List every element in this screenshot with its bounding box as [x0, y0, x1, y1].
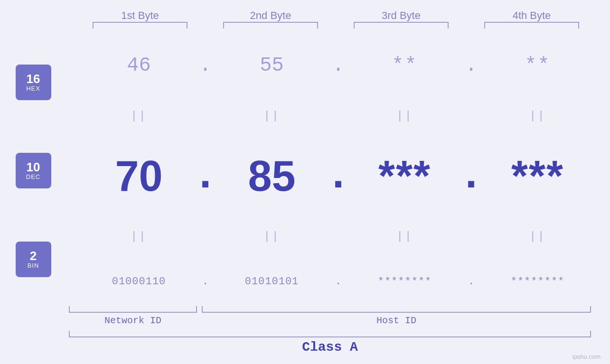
eq1: ||	[82, 110, 196, 122]
byte4-header: 4th Byte	[475, 9, 589, 22]
dec-byte1-value: 70	[115, 155, 162, 197]
bin-badge-label: BIN	[28, 262, 39, 269]
byte2-header: 2nd Byte	[214, 9, 328, 22]
hex-badge-num: 16	[27, 73, 40, 85]
watermark: ipshu.com	[572, 353, 601, 360]
eq7: ||	[348, 230, 462, 243]
bin-byte4: ********	[481, 276, 595, 288]
hex-dot1: .	[196, 54, 215, 77]
dec-byte3: ***	[348, 155, 462, 197]
hex-badge: 16 HEX	[16, 65, 51, 100]
bracket-byte2	[223, 22, 318, 28]
hex-badge-label: HEX	[26, 85, 40, 92]
bin-byte1: 01000110	[82, 276, 196, 288]
top-brackets	[75, 22, 597, 28]
class-bracket	[69, 331, 591, 337]
dec-dot1: .	[196, 155, 215, 197]
bin-byte2-value: 01010101	[245, 276, 299, 288]
class-label: Class A	[69, 340, 591, 355]
dec-badge-label: DEC	[26, 173, 40, 180]
bottom-section: Network ID Host ID Class A	[0, 306, 610, 355]
class-label-row: Class A	[69, 340, 591, 355]
hex-row: 46 . 55 . ** . **	[71, 54, 605, 77]
hex-dot3: .	[462, 54, 481, 77]
bin-dot1: .	[196, 276, 215, 288]
class-bracket-row	[69, 331, 591, 337]
bin-badge: 2 BIN	[16, 242, 51, 277]
bin-byte2: 01010101	[215, 276, 329, 288]
hex-dot2: .	[329, 54, 348, 77]
dec-badge-num: 10	[27, 161, 40, 173]
eq-row-1: || || || ||	[71, 109, 605, 123]
dec-byte4-value: ***	[511, 155, 564, 197]
bin-dot2: .	[329, 276, 348, 288]
eq5: ||	[82, 230, 196, 243]
dec-byte2: 85	[215, 155, 329, 197]
main-container: 1st Byte 2nd Byte 3rd Byte 4th Byte 16 H…	[0, 0, 610, 364]
network-bracket	[69, 306, 197, 313]
badges-column: 16 HEX 10 DEC 2 BIN	[0, 38, 66, 304]
bracket-byte3	[354, 22, 449, 28]
byte1-header: 1st Byte	[83, 9, 197, 22]
dec-byte2-value: 85	[248, 155, 295, 197]
main-area: 16 HEX 10 DEC 2 BIN 46 .	[0, 38, 610, 304]
eq4: ||	[481, 110, 595, 122]
dec-badge: 10 DEC	[16, 153, 51, 188]
dec-byte4: ***	[481, 155, 595, 197]
bin-byte4-value: ********	[511, 276, 565, 288]
byte3-header: 3rd Byte	[344, 9, 458, 22]
eq6: ||	[215, 230, 329, 243]
eq-row-2: || || || ||	[71, 230, 605, 244]
eq8: ||	[481, 230, 595, 243]
network-id-label: Network ID	[69, 315, 197, 326]
id-labels: Network ID Host ID	[69, 315, 591, 326]
bin-row: 01000110 . 01010101 . ******** .	[71, 276, 605, 288]
data-rows: 46 . 55 . ** . **	[66, 38, 610, 304]
bracket-byte1	[93, 22, 188, 28]
bin-byte3: ********	[348, 276, 462, 288]
bracket-byte4	[484, 22, 579, 28]
dec-dot3: .	[462, 155, 481, 197]
host-id-label: Host ID	[202, 315, 591, 326]
hex-byte4: **	[481, 54, 595, 77]
bin-dot3: .	[462, 276, 481, 288]
dec-dot2: .	[329, 155, 348, 197]
dec-byte1: 70	[82, 155, 196, 197]
hex-byte3: **	[348, 54, 462, 77]
eq3: ||	[348, 110, 462, 122]
hex-byte1-value: 46	[127, 54, 150, 77]
bin-byte3-value: ********	[378, 276, 432, 288]
hex-byte2-value: 55	[260, 54, 283, 77]
dec-row: 70 . 85 . *** . ***	[71, 155, 605, 197]
network-host-brackets	[69, 306, 591, 313]
hex-byte2: 55	[215, 54, 329, 77]
bin-badge-num: 2	[30, 250, 37, 262]
hex-byte4-value: **	[525, 54, 550, 77]
eq2: ||	[215, 110, 329, 122]
host-bracket	[202, 306, 591, 313]
hex-byte3-value: **	[392, 54, 417, 77]
byte-headers: 1st Byte 2nd Byte 3rd Byte 4th Byte	[75, 9, 597, 22]
bin-byte1-value: 01000110	[112, 276, 166, 288]
dec-byte3-value: ***	[378, 155, 431, 197]
hex-byte1: 46	[82, 54, 196, 77]
